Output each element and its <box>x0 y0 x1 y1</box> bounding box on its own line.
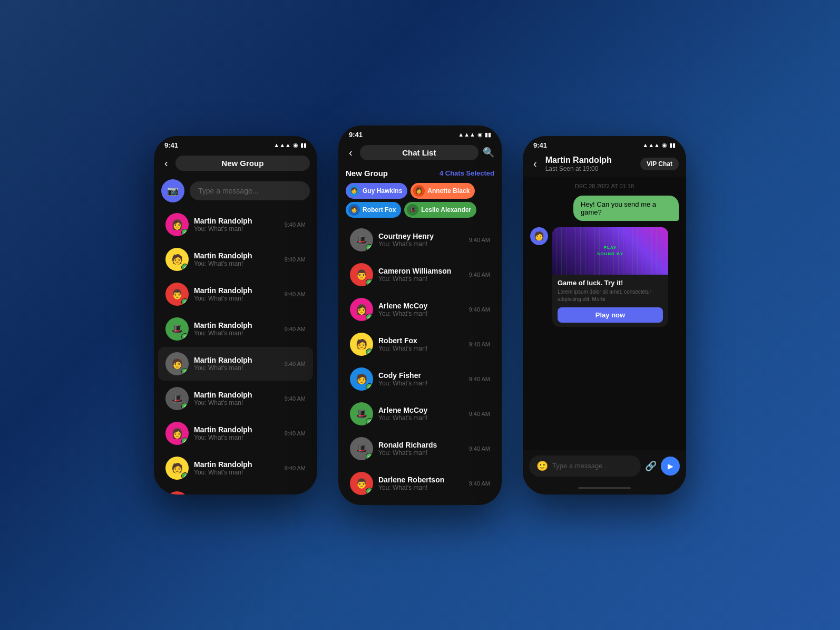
check-icon: ✓ <box>181 438 189 445</box>
list-item[interactable]: 🎩✓ Arlene McCoy You: What's man! 9:40 AM <box>343 397 497 431</box>
contact-list-2: 🎩✓ Courtney Henry You: What's man! 9:40 … <box>338 222 502 505</box>
camera-button[interactable]: 📷 <box>161 179 184 202</box>
contact-name: Darlene Robertson <box>378 476 464 484</box>
message-placeholder: Type a message . <box>552 462 633 470</box>
list-item[interactable]: 🧑✓ Martin Randolph You: What's man! 9:40… <box>158 347 313 381</box>
tag-leslie-alexander[interactable]: 🎩 Leslie Alexander <box>404 202 476 218</box>
contact-time: 9:40 AM <box>469 376 490 382</box>
contact-name: Cody Fisher <box>378 371 464 380</box>
contact-time: 9:40 AM <box>469 306 490 313</box>
date-separator: DEC 28 2022 AT 01:18 <box>530 183 679 189</box>
contact-name: Robert Fox <box>378 336 464 345</box>
list-item[interactable]: 🎩✓ Ronald Richards You: What's man! 9:40… <box>343 432 497 466</box>
contact-name: Martin Randolph <box>194 286 279 295</box>
avatar: 🧑✓ <box>165 352 189 375</box>
contact-last-msg: You: What's man! <box>194 469 279 476</box>
back-button-1[interactable]: ‹ <box>161 156 171 170</box>
contact-info: Darlene Robertson You: What's man! <box>378 476 464 491</box>
back-button-2[interactable]: ‹ <box>346 146 356 160</box>
play-button[interactable]: Play now <box>558 307 663 323</box>
selected-tags-container: 🧑 Guy Hawkins 👩 Annette Black 🧑 Robert F… <box>338 180 502 222</box>
group-name-input[interactable]: Type a message... <box>190 181 310 200</box>
list-item[interactable]: 🎩✓ Martin Randolph You: What's man! 9:40… <box>158 382 313 415</box>
contact-name: Arlene McCoy <box>378 302 464 310</box>
list-item[interactable]: 👨✓ Martin Randolph You: What's man! 9:40… <box>158 277 313 311</box>
home-indicator-3 <box>523 482 686 495</box>
contact-time: 9:40 AM <box>285 465 306 471</box>
contact-name: Martin Randolph <box>194 356 279 364</box>
contact-time: 9:40 AM <box>469 341 490 347</box>
battery-icon: ▮▮ <box>485 131 491 138</box>
contact-last-msg: You: What's man! <box>378 240 464 248</box>
avatar: 🎩✓ <box>350 437 373 460</box>
list-item[interactable]: 👨✓ Darlene Robertson You: What's man! 9:… <box>343 467 497 500</box>
tag-robert-fox[interactable]: 🧑 Robert Fox <box>346 202 401 218</box>
contact-time: 9:40 AM <box>285 430 306 437</box>
search-button[interactable]: 🔍 <box>483 147 494 158</box>
list-item[interactable]: 👩✓ Martin Randolph You: What's man! 9:40… <box>158 416 313 450</box>
avatar: 🎩✓ <box>350 402 373 425</box>
tag-name: Robert Fox <box>363 206 396 214</box>
list-item[interactable]: 🎩✓ Courtney Henry You: What's man! 9:40 … <box>343 223 497 257</box>
battery-icon: ▮▮ <box>669 142 676 149</box>
contact-name: Martin Randolph <box>194 425 279 434</box>
contact-info: Robert Fox You: What's man! <box>378 336 464 352</box>
header-title-1: New Group <box>175 156 310 171</box>
contact-time: 9:40 AM <box>469 411 490 417</box>
send-button[interactable]: ▶ <box>661 457 680 476</box>
game-card: PLAYSOUND BY Game of luck. Try it! Lorem… <box>552 227 668 327</box>
avatar: 👩✓ <box>165 213 189 236</box>
message-input[interactable]: 🙂 Type a message . <box>529 455 641 477</box>
wifi-icon: ◉ <box>293 142 298 149</box>
emoji-icon[interactable]: 🙂 <box>536 460 548 472</box>
list-item[interactable]: 👩✓ Martin Randolph You: What's man! 9:40… <box>343 501 497 505</box>
contact-last-msg: You: What's man! <box>378 310 464 317</box>
back-button-3[interactable]: ‹ <box>530 157 540 171</box>
online-icon: ✓ <box>366 453 373 460</box>
list-item[interactable]: 👨✓ Martin Randolph You: What's man! 9:40… <box>158 486 313 495</box>
list-item[interactable]: 🧑✓ Martin Randolph You: What's man! 9:40… <box>158 451 313 485</box>
tag-name: Guy Hawkins <box>363 187 402 195</box>
header-2: ‹ Chat List 🔍 <box>338 141 502 164</box>
list-item[interactable]: 🎩✓ Martin Randolph You: What's man! 9:40… <box>158 312 313 346</box>
avatar: 👨✓ <box>350 263 373 286</box>
list-item[interactable]: 🧑✓ Robert Fox You: What's man! 9:40 AM <box>343 327 497 361</box>
chat-contact-name: Martin Randolph <box>545 156 635 165</box>
home-bar <box>578 487 631 489</box>
contact-info: Cameron Williamson You: What's man! <box>378 267 464 283</box>
contact-last-msg: You: What's man! <box>378 275 464 283</box>
vip-badge[interactable]: VIP Chat <box>640 158 679 170</box>
check-icon: ✓ <box>181 333 189 341</box>
status-icons-2: ▲▲▲ ◉ ▮▮ <box>458 131 491 138</box>
contact-info: Martin Randolph You: What's man! <box>194 321 279 337</box>
sent-message-wrap: Hey! Can you send me a game? <box>530 196 679 221</box>
game-description: Lorem ipsum dolor sit amet, consectetur … <box>558 288 663 303</box>
message-input-bar: 🙂 Type a message . 🔗 ▶ <box>523 450 686 482</box>
sender-avatar: 🧑 <box>530 227 548 245</box>
status-bar-2: 9:41 ▲▲▲ ◉ ▮▮ <box>338 125 502 141</box>
header-title-2: Chat List <box>360 145 478 160</box>
avatar: 👨✓ <box>165 283 189 306</box>
contact-info: Martin Randolph You: What's man! <box>194 286 279 302</box>
tag-guy-hawkins[interactable]: 🧑 Guy Hawkins <box>346 183 407 199</box>
attach-icon[interactable]: 🔗 <box>645 460 657 472</box>
online-icon: ✓ <box>366 244 373 251</box>
contact-name: Martin Randolph <box>194 251 279 260</box>
camera-icon: 📷 <box>167 185 179 197</box>
tag-annette-black[interactable]: 👩 Annette Black <box>411 183 475 199</box>
contact-time: 9:40 AM <box>285 326 306 332</box>
header-1: ‹ New Group <box>154 151 317 175</box>
list-item[interactable]: 🧑✓ Martin Randolph You: What's man! 9:40… <box>158 243 313 276</box>
list-item[interactable]: 👩✓ Martin Randolph You: What's man! 9:40… <box>158 208 313 241</box>
contact-info: Martin Randolph You: What's man! <box>194 460 279 476</box>
contact-name: Courtney Henry <box>378 232 464 240</box>
list-item[interactable]: 🧑✓ Cody Fisher You: What's man! 9:40 AM <box>343 362 497 396</box>
contact-last-msg: You: What's man! <box>194 399 279 406</box>
contact-last-msg: You: What's man! <box>194 295 279 302</box>
signal-icon: ▲▲▲ <box>642 142 660 148</box>
online-icon: ✓ <box>366 418 373 425</box>
contact-info: Arlene McCoy You: What's man! <box>378 406 464 422</box>
list-item[interactable]: 👩✓ Arlene McCoy You: What's man! 9:40 AM <box>343 293 497 326</box>
contact-name: Martin Randolph <box>194 217 279 225</box>
list-item[interactable]: 👨✓ Cameron Williamson You: What's man! 9… <box>343 258 497 292</box>
